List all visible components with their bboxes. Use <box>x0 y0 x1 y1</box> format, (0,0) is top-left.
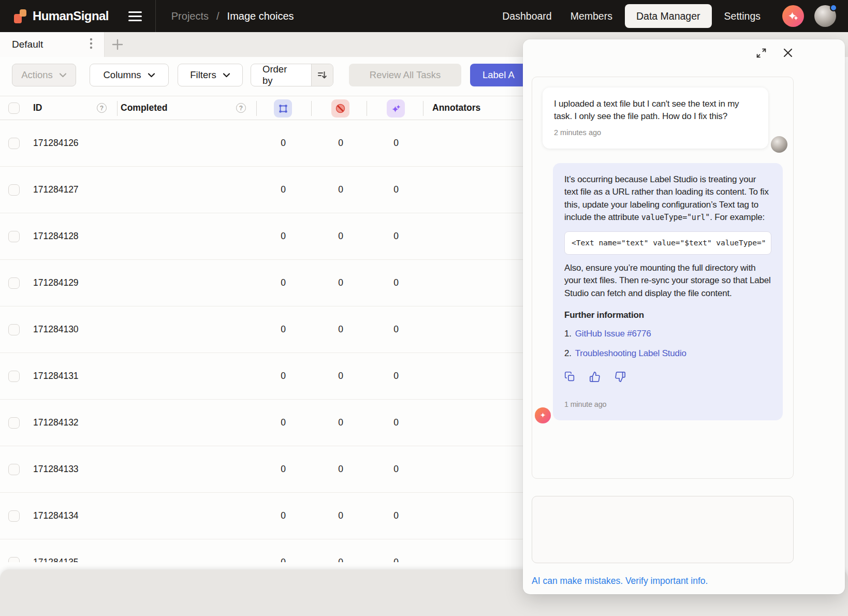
cell-task-id: 171284131 <box>33 371 79 382</box>
table-row[interactable]: 171284133 0 0 0 <box>0 446 523 493</box>
annotations-icon <box>277 103 289 114</box>
tab-label: Default <box>12 39 43 50</box>
header-divider <box>117 101 118 116</box>
cell-predictions: 0 <box>386 138 406 149</box>
chat-messages: I uploaded a text file but I can't see t… <box>532 77 794 479</box>
nav-item-settings[interactable]: Settings <box>715 4 770 28</box>
nav-right: Dashboard Members Data Manager Settings <box>493 4 848 28</box>
cell-annotations: 0 <box>273 417 294 428</box>
cell-task-id: 171284127 <box>33 184 79 195</box>
table-row[interactable]: 171284129 0 0 0 <box>0 260 523 306</box>
code-block[interactable]: <Text name="text" value="$text" valueTyp… <box>564 231 771 255</box>
column-header-annotators[interactable]: Annotators <box>432 102 480 113</box>
annotations-column-header[interactable] <box>274 99 292 118</box>
row-checkbox[interactable] <box>8 138 20 149</box>
github-issue-link[interactable]: GitHub Issue #6776 <box>575 329 651 339</box>
troubleshooting-link[interactable]: Troubleshooting Label Studio <box>575 348 686 358</box>
predictions-icon <box>390 103 402 114</box>
table-row[interactable]: 171284126 0 0 0 <box>0 120 523 167</box>
row-checkbox[interactable] <box>8 277 20 289</box>
filters-button[interactable]: Filters <box>178 64 243 86</box>
row-checkbox[interactable] <box>8 231 20 242</box>
row-checkbox[interactable] <box>8 510 20 522</box>
cell-predictions: 0 <box>386 231 406 242</box>
column-header-id[interactable]: ID <box>33 102 42 113</box>
column-header-completed[interactable]: Completed <box>121 102 167 113</box>
table-row[interactable]: 171284127 0 0 0 <box>0 167 523 213</box>
chevron-down-icon <box>59 72 67 78</box>
nav-item-members[interactable]: Members <box>561 4 622 28</box>
hamburger-icon[interactable] <box>128 11 142 21</box>
row-checkbox[interactable] <box>8 464 20 475</box>
label-tasks-label: Label A <box>483 69 515 81</box>
select-all-checkbox[interactable] <box>8 102 20 114</box>
further-information-heading: Further information <box>564 309 771 321</box>
cell-task-id: 171284129 <box>33 277 79 288</box>
table-row[interactable]: 171284135 0 0 0 <box>0 539 523 562</box>
table-row[interactable]: 171284134 0 0 0 <box>0 493 523 539</box>
cell-skipped: 0 <box>330 371 351 382</box>
table-row[interactable]: 171284130 0 0 0 <box>0 306 523 353</box>
humansignal-logo-icon <box>14 9 28 23</box>
help-icon[interactable]: ? <box>236 103 246 113</box>
cell-skipped: 0 <box>330 324 351 335</box>
cell-skipped: 0 <box>330 557 351 562</box>
expand-icon[interactable] <box>756 48 767 61</box>
columns-button[interactable]: Columns <box>90 64 169 86</box>
close-icon[interactable] <box>782 47 794 61</box>
row-checkbox[interactable] <box>8 557 20 562</box>
ai-message-time: 1 minute ago <box>564 399 771 410</box>
cell-skipped: 0 <box>330 277 351 288</box>
user-message-avatar <box>771 136 787 153</box>
cell-annotations: 0 <box>273 138 294 149</box>
review-all-tasks-button[interactable]: Review All Tasks <box>349 64 461 86</box>
tab-default[interactable]: Default <box>0 32 105 57</box>
cell-predictions: 0 <box>386 277 406 288</box>
chat-message-input[interactable] <box>532 496 794 563</box>
breadcrumb-projects[interactable]: Projects <box>171 10 209 22</box>
ai-message-paragraph-2: Also, ensure you’re mounting the full di… <box>564 262 771 300</box>
header-divider <box>367 101 367 116</box>
ai-assistant-button[interactable] <box>782 5 804 27</box>
cell-annotations: 0 <box>273 557 294 562</box>
cell-skipped: 0 <box>330 417 351 428</box>
breadcrumb: Projects / Image choices <box>171 10 294 22</box>
row-checkbox[interactable] <box>8 371 20 382</box>
row-checkbox[interactable] <box>8 417 20 429</box>
humansignal-logo[interactable]: HumanSignal <box>14 9 109 23</box>
cell-task-id: 171284133 <box>33 464 79 475</box>
cell-skipped: 0 <box>330 138 351 149</box>
nav-item-dashboard[interactable]: Dashboard <box>493 4 561 28</box>
copy-icon[interactable] <box>564 371 575 386</box>
kebab-icon[interactable] <box>90 37 93 52</box>
order-by-button[interactable]: Order by <box>251 64 333 86</box>
actions-button[interactable]: Actions <box>12 64 76 86</box>
row-checkbox[interactable] <box>8 324 20 335</box>
sort-direction-toggle[interactable] <box>311 64 333 86</box>
nav-divider <box>155 0 156 32</box>
help-icon[interactable]: ? <box>97 103 107 113</box>
predictions-column-header[interactable] <box>387 99 405 118</box>
cell-predictions: 0 <box>386 324 406 335</box>
cell-predictions: 0 <box>386 417 406 428</box>
user-message-text: I uploaded a text file but I can't see t… <box>554 98 757 123</box>
user-avatar[interactable] <box>814 5 836 27</box>
ai-avatar-sparkle: ✦ <box>535 407 551 423</box>
notification-dot <box>830 4 837 11</box>
thumbs-down-icon[interactable] <box>615 371 626 386</box>
skipped-column-header[interactable] <box>331 99 349 118</box>
cell-annotations: 0 <box>273 277 294 288</box>
cell-annotations: 0 <box>273 324 294 335</box>
add-tab-icon[interactable] <box>111 38 124 51</box>
thumbs-up-icon[interactable] <box>589 371 601 386</box>
cell-predictions: 0 <box>386 557 406 562</box>
cell-task-id: 171284128 <box>33 231 79 242</box>
table-row[interactable]: 171284132 0 0 0 <box>0 400 523 446</box>
cell-annotations: 0 <box>273 231 294 242</box>
inline-code: valueType="url" <box>641 213 710 222</box>
cell-task-id: 171284132 <box>33 417 79 428</box>
table-row[interactable]: 171284128 0 0 0 <box>0 213 523 260</box>
nav-item-data-manager[interactable]: Data Manager <box>625 4 712 28</box>
table-row[interactable]: 171284131 0 0 0 <box>0 353 523 400</box>
row-checkbox[interactable] <box>8 184 20 196</box>
